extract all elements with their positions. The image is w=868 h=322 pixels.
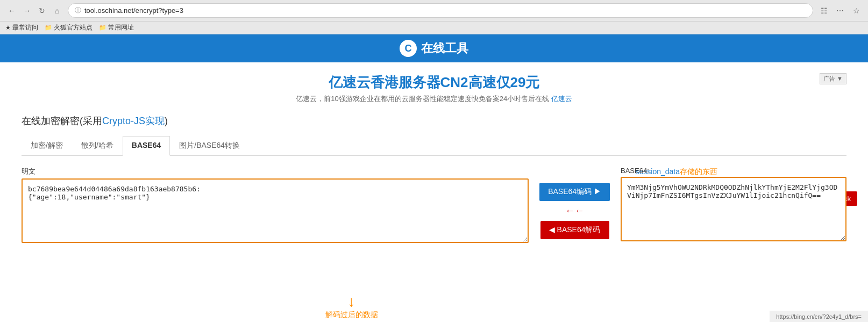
- plaintext-input[interactable]: [22, 178, 529, 243]
- refresh-button[interactable]: ↻: [35, 4, 48, 17]
- app-title: 在线工具: [421, 40, 468, 56]
- base64-box: BASE64:: [621, 167, 846, 243]
- decode-button[interactable]: ◀ BASE64解码: [540, 221, 609, 239]
- bookmark-most-visited[interactable]: ★ 最常访问: [5, 23, 38, 32]
- page-title-link[interactable]: Crypto-JS实现: [102, 116, 165, 126]
- star-icon: ★: [5, 24, 11, 31]
- encode-button[interactable]: BASE64编码 ▶: [539, 183, 610, 201]
- page-title-area: 在线加密解密(采用Crypto-JS实现): [22, 115, 846, 127]
- decode-arrow-icon: ↓: [325, 293, 378, 310]
- back-button[interactable]: ←: [5, 4, 18, 17]
- bookmarks-bar: ★ 最常访问 📁 火狐官方站点 📁 常用网址: [0, 21, 868, 34]
- ad-subtitle: 亿速云，前10强游戏企业在都用的云服务器性能稳定速度快免备案24小时售后在线 亿…: [22, 94, 846, 104]
- ad-subtitle-text: 亿速云，前10强游戏企业在都用的云服务器性能稳定速度快免备案24小时售后在线: [296, 95, 549, 103]
- ad-banner: 广告 ▼ 亿速云香港服务器CN2高速仅29元 亿速云，前10强游戏企业在都用的云…: [22, 73, 846, 104]
- menu-button[interactable]: ⋯: [834, 4, 846, 17]
- address-bar[interactable]: ⓘ tool.oschina.net/encrypt?type=3: [68, 3, 813, 18]
- action-buttons: BASE64编码 ▶ ←← ◀ BASE64解码: [539, 167, 610, 239]
- app-header-inner: C 在线工具: [0, 40, 868, 57]
- red-arrow-icon: ←←: [565, 205, 585, 217]
- ad-title-link[interactable]: 亿速云香港服务器CN2高速仅29元: [329, 74, 540, 90]
- home-button[interactable]: ⌂: [51, 4, 63, 17]
- url-text: tool.oschina.net/encrypt?type=3: [84, 6, 183, 15]
- tab-base64[interactable]: BASE64: [123, 136, 170, 156]
- browser-chrome: ← → ↻ ⌂ ⓘ tool.oschina.net/encrypt?type=…: [0, 0, 868, 34]
- decode-annotation-text: 解码过后的数据: [325, 310, 378, 319]
- plaintext-label: 明文: [22, 167, 529, 176]
- ad-label-button[interactable]: 广告 ▼: [820, 73, 846, 84]
- encode-button-label: BASE64编码 ▶: [548, 187, 601, 197]
- page-title: 在线加密解密(采用Crypto-JS实现): [22, 116, 168, 126]
- page-title-suffix: ): [165, 116, 168, 126]
- bookmark-label: 最常访问: [12, 23, 38, 32]
- app-header: C 在线工具: [0, 34, 868, 62]
- logo-letter: C: [405, 43, 412, 54]
- plaintext-box: 明文: [22, 167, 529, 245]
- lock-icon: ⓘ: [75, 6, 81, 15]
- status-bar: https://bing.cn/cn/?2c4y1_d/brs=: [770, 311, 868, 322]
- tool-area: 明文 BASE64编码 ▶ ←← ◀ BASE64解码 BASE64:: [22, 167, 846, 245]
- extensions-button[interactable]: ☷: [817, 4, 830, 17]
- base64-label: BASE64:: [621, 167, 846, 175]
- decode-annotation: ↓ 解码过后的数据: [325, 293, 378, 320]
- bookmark-label: 火狐官方站点: [54, 23, 93, 32]
- tool-wrapper: 明文 BASE64编码 ▶ ←← ◀ BASE64解码 BASE64:: [22, 167, 846, 288]
- browser-actions: ☷ ⋯ ☆: [817, 4, 863, 17]
- status-url: https://bing.cn/cn/?2c4y1_d/brs=: [776, 313, 862, 320]
- decode-button-label: ◀ BASE64解码: [549, 225, 601, 235]
- bookmark-label: 常用网址: [108, 23, 134, 32]
- folder-icon: 📁: [45, 24, 52, 31]
- bookmark-common[interactable]: 📁 常用网址: [99, 23, 134, 32]
- red-arrow-area: ←←: [565, 205, 585, 217]
- bookmark-firefox[interactable]: 📁 火狐官方站点: [45, 23, 93, 32]
- ad-subtitle-link[interactable]: 亿速云: [551, 95, 572, 103]
- main-content: 广告 ▼ 亿速云香港服务器CN2高速仅29元 亿速云，前10强游戏企业在都用的云…: [0, 62, 868, 322]
- tabs: 加密/解密 散列/哈希 BASE64 图片/BASE64转换: [22, 136, 846, 156]
- page-title-prefix: 在线加密解密(采用: [22, 116, 102, 126]
- tab-hash[interactable]: 散列/哈希: [72, 136, 123, 155]
- forward-button[interactable]: →: [20, 4, 33, 17]
- bookmark-button[interactable]: ☆: [850, 4, 863, 17]
- tab-encrypt-decrypt[interactable]: 加密/解密: [22, 136, 72, 155]
- base64-input[interactable]: [621, 177, 846, 241]
- tab-image-base64[interactable]: 图片/BASE64转换: [170, 136, 249, 155]
- app-logo: C: [400, 40, 417, 57]
- browser-titlebar: ← → ↻ ⌂ ⓘ tool.oschina.net/encrypt?type=…: [0, 0, 868, 21]
- folder-icon: 📁: [99, 24, 106, 31]
- nav-buttons: ← → ↻ ⌂: [5, 4, 63, 17]
